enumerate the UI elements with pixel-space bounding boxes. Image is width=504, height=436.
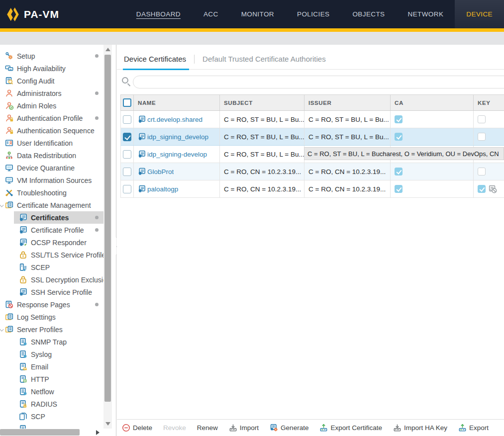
generate-button[interactable]: Generate: [270, 424, 308, 432]
sidebar-item-scep[interactable]: SCEP: [0, 261, 103, 273]
sidebar-item-data-redistribution[interactable]: Data Redistribution: [0, 149, 103, 162]
sidebar-item-netflow[interactable]: Netflow: [0, 385, 103, 398]
change-indicator-dot: [95, 91, 99, 95]
nav-item-acc[interactable]: ACC: [192, 0, 230, 28]
ca-checked-checkbox: [395, 168, 403, 175]
certificate-icon: [19, 226, 27, 234]
column-header-subject[interactable]: SUBJECT: [220, 95, 304, 110]
sidebar-item-server-profiles[interactable]: Server Profiles: [0, 323, 103, 336]
sidebar-item-response-pages[interactable]: Response Pages: [0, 298, 103, 311]
column-header-ca[interactable]: CA: [391, 95, 474, 110]
certificate-link[interactable]: crt.develop.shared: [138, 115, 202, 123]
nav-item-network[interactable]: NETWORK: [397, 0, 455, 28]
certificate-link[interactable]: GlobProt: [138, 168, 174, 175]
device-sidebar: Setup High Availability Config Audit Adm…: [0, 45, 116, 436]
sidebar-item-label: Response Pages: [17, 301, 70, 309]
sidebar-item-user-identification[interactable]: User Identification: [0, 137, 103, 149]
table-row[interactable]: GlobProt C = RO, CN = 10.2.3.19... C = R…: [120, 163, 504, 180]
sidebar-item-http[interactable]: HTTP: [0, 373, 103, 385]
nav-item-device[interactable]: DEVICE: [455, 0, 504, 28]
tab-default-trusted-certificate-authorities[interactable]: Default Trusted Certificate Authorities: [195, 49, 334, 69]
pa-vm-logo: PA-VM: [0, 0, 98, 28]
row-select-cell: [121, 180, 134, 197]
export-certificate-button[interactable]: Export Certificate: [319, 424, 382, 432]
row-select-cell: [121, 128, 134, 145]
sidebar-item-setup[interactable]: Setup: [0, 50, 103, 62]
horizontal-scrollbar-thumb[interactable]: [0, 429, 80, 436]
sidebar-item-label: Device Quarantine: [17, 164, 75, 172]
button-label: Renew: [197, 424, 218, 432]
row-checkbox[interactable]: [123, 115, 131, 124]
document-copy-icon: [19, 412, 27, 421]
renew-button[interactable]: Renew: [197, 424, 218, 432]
sidebar-item-email[interactable]: Email: [0, 360, 103, 373]
row-checkbox[interactable]: [123, 150, 131, 159]
sidebar-tree: Setup High Availability Config Audit Adm…: [0, 50, 103, 435]
sidebar-item-ssl-tls-service-profile[interactable]: SSL/TLS Service Profile: [0, 249, 103, 261]
sidebar-item-ssh-service-profile[interactable]: SSH Service Profile: [0, 286, 103, 298]
tab-device-certificates[interactable]: Device Certificates: [123, 49, 194, 69]
certificate-link[interactable]: idp_signing-develop: [138, 150, 207, 158]
sidebar-item-ocsp-responder[interactable]: OCSP Responder: [0, 236, 103, 249]
scroll-right-arrow-icon[interactable]: [96, 430, 100, 435]
issuer-cell: C = RO, ST = BU, L = Bu...: [304, 128, 391, 145]
table-row[interactable]: paloaltogp C = RO, CN = 10.2.3.19... C =…: [120, 180, 504, 198]
import-ha-key-button[interactable]: Import HA Key: [393, 424, 447, 432]
search-input[interactable]: [133, 76, 504, 88]
logo-text: PA-VM: [24, 8, 59, 20]
column-header-key[interactable]: KEY: [474, 95, 504, 110]
button-label: Export Certificate: [330, 424, 382, 432]
sidebar-item-radius[interactable]: RADIUS: [0, 398, 103, 410]
name-cell: paloaltogp: [134, 180, 220, 197]
nav-item-objects[interactable]: OBJECTS: [341, 0, 396, 28]
scroll-down-arrow-icon[interactable]: [105, 422, 110, 426]
sidebar-item-vm-information-sources[interactable]: VM Information Sources: [0, 174, 103, 186]
sidebar-item-log-settings[interactable]: Log Settings: [0, 311, 103, 323]
sidebar-item-syslog[interactable]: Syslog: [0, 348, 103, 360]
vertical-scrollbar-thumb[interactable]: [104, 55, 111, 402]
column-header-issuer[interactable]: ISSUER: [304, 95, 391, 110]
sidebar-vertical-scrollbar[interactable]: [103, 45, 112, 429]
table-row-selected[interactable]: idp_signing_develop C = RO, ST = BU, L =…: [120, 128, 504, 146]
table-row[interactable]: crt.develop.shared C = RO, ST = BU, L = …: [120, 111, 504, 128]
sidebar-item-label: Authentication Profile: [17, 114, 83, 122]
delete-button[interactable]: Delete: [122, 424, 152, 432]
sidebar-item-label: Certificate Management: [17, 201, 91, 209]
sidebar-item-scp[interactable]: SCP: [0, 410, 103, 423]
sidebar-horizontal-scrollbar[interactable]: [0, 429, 103, 436]
certificate-link[interactable]: paloaltogp: [138, 185, 178, 193]
sidebar-item-certificates[interactable]: Certificates: [0, 211, 103, 224]
device-quarantine-icon: [5, 164, 13, 172]
certificate-link[interactable]: idp_signing_develop: [138, 133, 208, 141]
select-all-checkbox[interactable]: [123, 98, 131, 107]
row-checkbox[interactable]: [123, 168, 131, 176]
row-checkbox-checked[interactable]: [123, 133, 131, 141]
authentication-profile-icon: [5, 114, 13, 122]
nav-item-monitor[interactable]: MONITOR: [230, 0, 286, 28]
sidebar-item-admin-roles[interactable]: Admin Roles: [0, 99, 103, 112]
nav-item-dashboard[interactable]: DASHBOARD: [125, 0, 192, 28]
nav-item-policies[interactable]: POLICIES: [286, 0, 341, 28]
sidebar-item-certificate-profile[interactable]: Certificate Profile: [0, 224, 103, 236]
scroll-up-arrow-icon[interactable]: [105, 48, 110, 51]
sidebar-item-authentication-sequence[interactable]: Authentication Sequence: [0, 124, 103, 137]
column-header-name[interactable]: NAME: [134, 95, 220, 110]
sidebar-item-snmp-trap[interactable]: SNMP Trap: [0, 336, 103, 348]
certificate-icon: [138, 150, 146, 158]
button-label: Import HA Key: [404, 424, 447, 432]
top-nav-bar: PA-VM DASHBOARD ACC MONITOR POLICIES OBJ…: [0, 0, 504, 28]
sidebar-item-config-audit[interactable]: Config Audit: [0, 75, 103, 87]
export-ha-key-button[interactable]: Export: [458, 424, 489, 432]
sidebar-item-high-availability[interactable]: High Availability: [0, 62, 103, 75]
button-label: Delete: [133, 424, 152, 432]
change-indicator-dot: [95, 228, 99, 232]
sidebar-item-certificate-management[interactable]: Certificate Management: [0, 199, 103, 211]
import-button[interactable]: Import: [229, 424, 259, 432]
sidebar-item-ssl-decryption-exclusion[interactable]: SSL Decryption Exclusio: [0, 273, 103, 286]
row-checkbox[interactable]: [123, 185, 131, 193]
sidebar-item-troubleshooting[interactable]: Troubleshooting: [0, 186, 103, 199]
sidebar-item-administrators[interactable]: Administrators: [0, 87, 103, 99]
main-menu: DASHBOARD ACC MONITOR POLICIES OBJECTS N…: [125, 0, 504, 28]
sidebar-item-device-quarantine[interactable]: Device Quarantine: [0, 162, 103, 174]
sidebar-item-authentication-profile[interactable]: Authentication Profile: [0, 112, 103, 124]
